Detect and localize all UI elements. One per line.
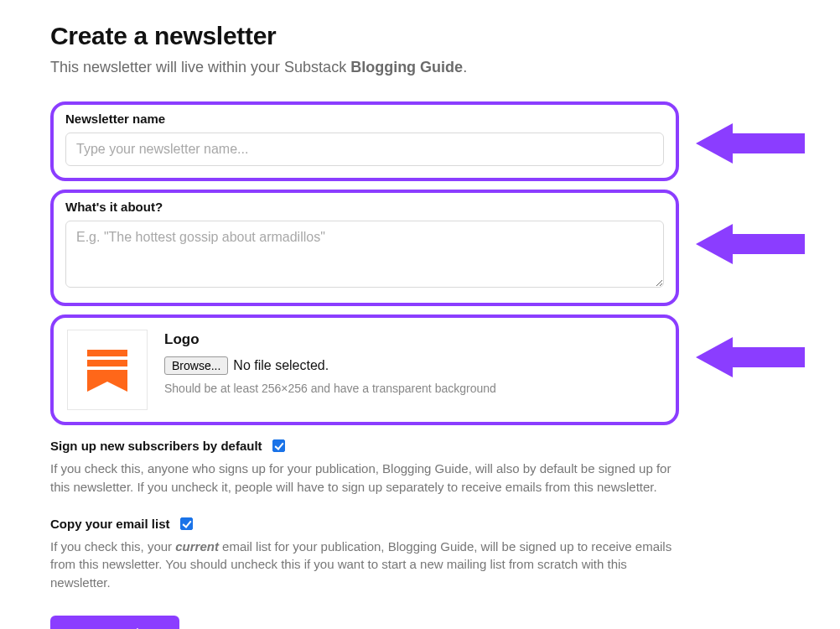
about-label: What's it about? xyxy=(65,200,664,214)
page-subtitle: This newsletter will live within your Su… xyxy=(50,59,790,76)
default-signup-label: Sign up new subscribers by default xyxy=(50,439,262,453)
page-title: Create a newsletter xyxy=(50,22,790,50)
svg-rect-1 xyxy=(87,360,127,366)
svg-rect-0 xyxy=(87,350,127,356)
default-signup-section: Sign up new subscribers by default If yo… xyxy=(50,437,679,496)
subtitle-bold: Blogging Guide xyxy=(350,59,463,75)
newsletter-name-input[interactable] xyxy=(65,133,664,166)
default-signup-desc: If you check this, anyone who signs up f… xyxy=(50,460,679,496)
logo-thumbnail xyxy=(67,330,148,410)
arrow-annotation-icon xyxy=(696,219,813,269)
copy-list-desc-em: current xyxy=(175,539,219,554)
about-section: What's it about? xyxy=(50,190,679,306)
arrow-annotation-icon xyxy=(696,332,813,382)
file-status-text: No file selected. xyxy=(233,358,329,373)
copy-list-desc-pre: If you check this, your xyxy=(50,539,175,554)
copy-list-checkbox[interactable] xyxy=(180,517,193,530)
substack-logo-icon xyxy=(80,343,134,397)
logo-label: Logo xyxy=(164,331,496,348)
create-newsletter-button[interactable]: Create newsletter xyxy=(50,616,179,629)
subtitle-pre: This newsletter will live within your Su… xyxy=(50,59,350,75)
copy-list-label: Copy your email list xyxy=(50,517,170,531)
default-signup-checkbox[interactable] xyxy=(272,439,285,452)
newsletter-name-label: Newsletter name xyxy=(65,112,664,126)
logo-section: Logo Browse... No file selected. Should … xyxy=(50,314,679,425)
browse-button[interactable]: Browse... xyxy=(164,356,228,375)
copy-list-section: Copy your email list If you check this, … xyxy=(50,515,679,592)
about-textarea[interactable] xyxy=(65,221,664,288)
copy-list-desc: If you check this, your current email li… xyxy=(50,538,679,592)
logo-hint: Should be at least 256×256 and have a tr… xyxy=(164,382,496,395)
newsletter-name-section: Newsletter name xyxy=(50,101,679,181)
subtitle-post: . xyxy=(463,59,467,75)
arrow-annotation-icon xyxy=(696,118,813,169)
